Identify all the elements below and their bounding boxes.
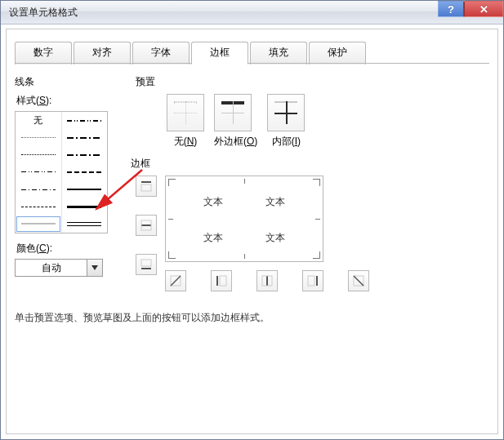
- line-style-hair[interactable]: [16, 129, 61, 146]
- preset-column: 预置 无(N): [129, 75, 489, 291]
- svg-line-16: [354, 276, 364, 286]
- close-button[interactable]: ✕: [464, 1, 503, 17]
- svg-rect-9: [216, 276, 218, 286]
- titlebar: 设置单元格格式 ? ✕: [1, 1, 503, 24]
- border-left-button[interactable]: [211, 270, 232, 291]
- line-style-medium-dashdot[interactable]: [62, 146, 108, 163]
- preview-cell-text: 文本: [203, 195, 223, 209]
- tab-label: 对齐: [92, 47, 112, 58]
- close-icon: ✕: [479, 3, 488, 16]
- border-vertical-button[interactable]: [256, 270, 278, 291]
- svg-rect-11: [266, 276, 268, 286]
- line-style-medium-dashed[interactable]: [62, 163, 108, 180]
- chevron-down-icon: [87, 260, 102, 276]
- svg-rect-5: [141, 268, 151, 269]
- border-horizontal-button[interactable]: [136, 215, 157, 236]
- preset-outline-icon: [221, 101, 244, 124]
- preset-inside-icon: [274, 101, 297, 124]
- line-style-double[interactable]: [62, 216, 108, 233]
- tabstrip: 数字 对齐 字体 边框 填充 保护: [15, 41, 489, 64]
- style-label: 样式(S):: [16, 94, 129, 108]
- tab-border[interactable]: 边框: [191, 42, 248, 64]
- help-icon: ?: [448, 3, 454, 16]
- tab-body: 线条 样式(S): 无: [15, 75, 489, 291]
- tab-protection[interactable]: 保护: [309, 42, 366, 64]
- tab-label: 保护: [328, 47, 347, 58]
- svg-rect-3: [141, 224, 151, 226]
- preset-row: 无(N) 外边框(O): [136, 94, 489, 149]
- window-title: 设置单元格格式: [9, 6, 78, 20]
- preset-inside-button[interactable]: [267, 94, 305, 131]
- color-value: 自动: [16, 261, 87, 275]
- color-dropdown[interactable]: 自动: [15, 259, 103, 277]
- window-controls: ? ✕: [438, 1, 503, 17]
- svg-rect-10: [220, 276, 226, 286]
- preset-none-button[interactable]: [167, 94, 204, 131]
- svg-rect-1: [141, 181, 151, 183]
- border-right-button[interactable]: [302, 270, 323, 291]
- tab-fill[interactable]: 填充: [250, 42, 307, 64]
- svg-rect-14: [308, 276, 314, 286]
- line-style-medium-dashdotdot[interactable]: [62, 112, 108, 129]
- line-style-dashed[interactable]: [16, 198, 61, 216]
- border-section-label: 边框: [131, 157, 489, 171]
- tab-label: 填充: [269, 47, 288, 58]
- preset-none-label: 无(N): [167, 135, 204, 149]
- border-preview[interactable]: 文本 文本 文本 文本: [165, 176, 323, 262]
- line-style-none[interactable]: 无: [16, 112, 61, 129]
- client-area: 数字 对齐 字体 边框 填充 保护 线条 样式(S): 无: [6, 29, 498, 434]
- svg-rect-13: [316, 276, 318, 286]
- tab-label: 数字: [33, 47, 53, 58]
- tab-font[interactable]: 字体: [132, 42, 190, 64]
- svg-marker-0: [91, 265, 98, 270]
- line-style-dotted[interactable]: [16, 146, 61, 163]
- preset-outline-button[interactable]: [214, 94, 252, 131]
- svg-line-8: [171, 276, 181, 286]
- line-style-medium[interactable]: [62, 181, 108, 198]
- preset-none-icon: [174, 101, 197, 124]
- svg-rect-2: [141, 184, 151, 191]
- line-style-list[interactable]: 无: [15, 111, 108, 233]
- preview-cell-text: 文本: [265, 230, 285, 244]
- line-style-thin[interactable]: [16, 216, 61, 233]
- preset-outline-label: 外边框(O): [214, 135, 257, 149]
- svg-rect-6: [141, 260, 151, 266]
- line-column: 线条 样式(S): 无: [15, 75, 129, 291]
- border-top-button[interactable]: [136, 176, 157, 197]
- color-label: 颜色(C):: [16, 242, 129, 256]
- border-bottom-button[interactable]: [136, 254, 157, 275]
- line-style-dashdot[interactable]: [16, 181, 61, 198]
- line-style-thick[interactable]: [62, 198, 108, 216]
- preview-cell-text: 文本: [265, 195, 285, 209]
- hint-text: 单击预置选项、预览草图及上面的按钮可以添加边框样式。: [15, 311, 489, 325]
- tab-alignment[interactable]: 对齐: [74, 42, 131, 64]
- preset-inside-label: 内部(I): [267, 135, 305, 149]
- tab-label: 字体: [151, 47, 171, 58]
- line-style-slantdashdot[interactable]: [62, 129, 108, 146]
- help-button[interactable]: ?: [438, 1, 464, 17]
- preset-section-label: 预置: [136, 75, 489, 89]
- border-diag-down-button[interactable]: [348, 270, 369, 291]
- tab-label: 边框: [210, 47, 230, 58]
- format-cells-dialog: 设置单元格格式 ? ✕ 数字 对齐 字体 边框 填充 保护 线条 样式(S: [0, 0, 504, 440]
- line-style-dashdotdot[interactable]: [16, 163, 61, 180]
- tab-number[interactable]: 数字: [15, 42, 72, 64]
- border-diag-up-button[interactable]: [165, 270, 186, 291]
- line-section-label: 线条: [15, 75, 129, 89]
- preview-cell-text: 文本: [203, 230, 223, 244]
